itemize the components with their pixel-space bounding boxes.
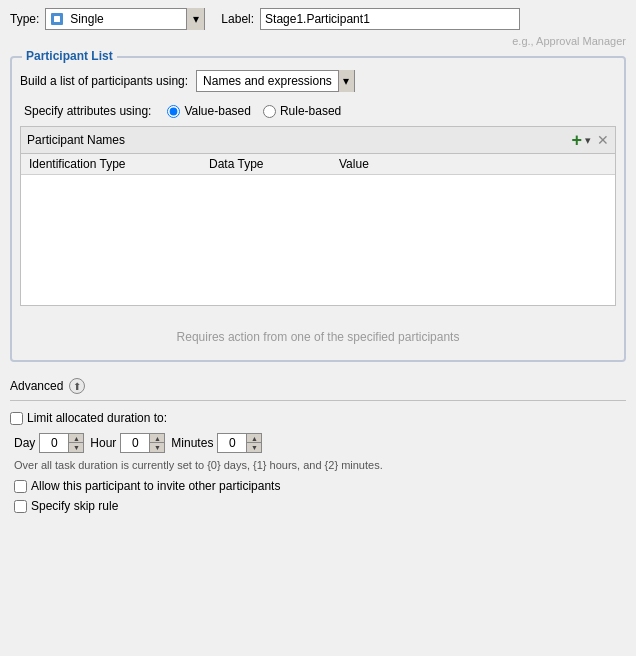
over-all-text: Over all task duration is currently set … [14,459,383,471]
allow-invite-label: Allow this participant to invite other p… [31,479,280,493]
action-note-text: Requires action from one of the specifie… [177,330,460,344]
col-header-dt: Data Type [201,154,331,174]
participant-list-frame: Participant List Build a list of partici… [10,56,626,362]
day-input[interactable] [40,434,68,452]
minutes-input[interactable] [218,434,246,452]
day-label: Day [14,436,35,450]
minutes-input-wrapper: ▲ ▼ [217,433,262,453]
type-icon [48,10,66,28]
skip-rule-checkbox[interactable] [14,500,27,513]
add-participant-button[interactable]: + [571,131,582,149]
hint-text: e.g., Approval Manager [512,35,626,47]
minutes-label: Minutes [171,436,213,450]
rule-based-label: Rule-based [280,104,341,118]
action-note: Requires action from one of the specifie… [20,322,616,352]
type-label: Type: [10,12,39,26]
skip-rule-label: Specify skip rule [31,499,118,513]
type-dropdown-arrow[interactable]: ▾ [186,8,204,30]
hour-label: Hour [90,436,116,450]
build-row: Build a list of participants using: Name… [20,70,616,92]
col-header-id: Identification Type [21,154,201,174]
minutes-group: Minutes ▲ ▼ [171,433,262,453]
participant-list-title: Participant List [22,49,117,63]
day-down-button[interactable]: ▼ [69,443,83,452]
participant-table: Participant Names + ▾ ✕ Identification T… [20,126,616,306]
day-spinners: ▲ ▼ [68,434,83,452]
hour-group: Hour ▲ ▼ [90,433,165,453]
radio-group: Value-based Rule-based [167,104,341,118]
day-up-button[interactable]: ▲ [69,434,83,443]
rule-based-option[interactable]: Rule-based [263,104,341,118]
minutes-spinners: ▲ ▼ [246,434,261,452]
value-based-label: Value-based [184,104,251,118]
limit-duration-row: Limit allocated duration to: [10,411,626,425]
names-expressions-dropdown[interactable]: Names and expressions ▾ [196,70,355,92]
table-actions: + ▾ ✕ [571,131,609,149]
allow-invite-row: Allow this participant to invite other p… [14,479,626,493]
hour-up-button[interactable]: ▲ [150,434,164,443]
top-bar: Type: Single ▾ Label: [0,0,636,34]
advanced-label: Advanced [10,379,63,393]
limit-duration-checkbox[interactable] [10,412,23,425]
minutes-down-button[interactable]: ▼ [247,443,261,452]
time-row: Day ▲ ▼ Hour ▲ ▼ Minutes [14,433,626,453]
advanced-header: Advanced ⬆ [10,378,626,401]
table-title: Participant Names [27,133,125,147]
collapse-icon: ⬆ [73,381,81,392]
table-header: Participant Names + ▾ ✕ [21,127,615,154]
day-group: Day ▲ ▼ [14,433,84,453]
day-input-wrapper: ▲ ▼ [39,433,84,453]
hour-input-wrapper: ▲ ▼ [120,433,165,453]
label-input[interactable] [260,8,520,30]
specify-row: Specify attributes using: Value-based Ru… [20,104,616,118]
column-headers: Identification Type Data Type Value [21,154,615,175]
col-header-val: Value [331,154,615,174]
dropdown-value: Names and expressions [197,74,338,88]
table-body [21,175,615,305]
advanced-section: Advanced ⬆ Limit allocated duration to: … [0,370,636,513]
type-select[interactable]: Single ▾ [45,8,205,30]
type-section: Type: Single ▾ [10,8,205,30]
participant-list-body: Build a list of participants using: Name… [12,58,624,360]
value-based-option[interactable]: Value-based [167,104,251,118]
skip-rule-row: Specify skip rule [14,499,626,513]
limit-duration-text: Limit allocated duration to: [27,411,167,425]
remove-participant-button[interactable]: ✕ [597,132,609,148]
allow-invite-checkbox[interactable] [14,480,27,493]
hour-spinners: ▲ ▼ [149,434,164,452]
value-based-radio[interactable] [167,105,180,118]
type-value: Single [68,12,186,26]
dropdown-arrow-icon: ▾ [338,70,354,92]
specify-label: Specify attributes using: [24,104,151,118]
hour-down-button[interactable]: ▼ [150,443,164,452]
limit-duration-label: Limit allocated duration to: [10,411,167,425]
over-all-note: Over all task duration is currently set … [14,459,626,471]
label-label: Label: [221,12,254,26]
rule-based-radio[interactable] [263,105,276,118]
svg-rect-1 [54,16,60,22]
hour-input[interactable] [121,434,149,452]
build-label: Build a list of participants using: [20,74,188,88]
collapse-button[interactable]: ⬆ [69,378,85,394]
add-dropdown-button[interactable]: ▾ [585,134,591,147]
label-section: Label: [221,8,626,30]
minutes-up-button[interactable]: ▲ [247,434,261,443]
chevron-down-icon: ▾ [193,12,199,26]
